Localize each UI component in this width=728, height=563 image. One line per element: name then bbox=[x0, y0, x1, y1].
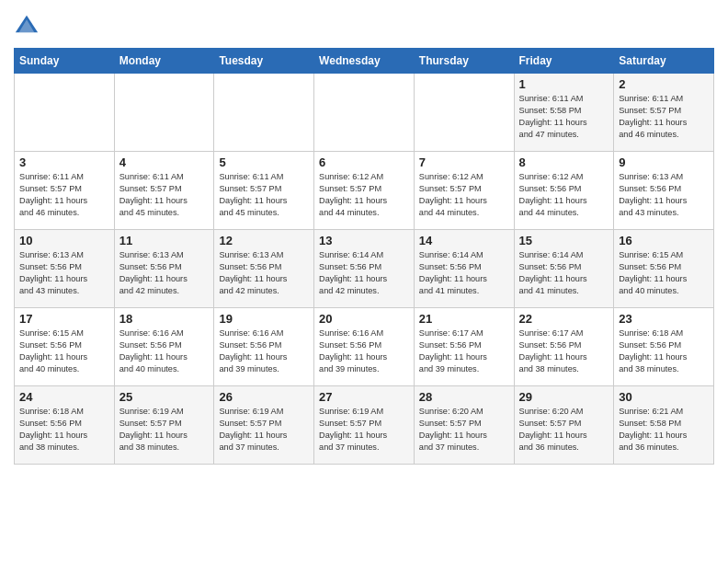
day-info: Sunrise: 6:16 AMSunset: 5:56 PMDaylight:… bbox=[319, 327, 409, 375]
day-number: 17 bbox=[19, 312, 109, 326]
calendar-cell-4-3: 19Sunrise: 6:16 AMSunset: 5:56 PMDayligh… bbox=[214, 308, 314, 386]
day-number: 5 bbox=[219, 155, 309, 169]
day-number: 25 bbox=[119, 390, 210, 404]
calendar-cell-2-7: 9Sunrise: 6:13 AMSunset: 5:56 PMDaylight… bbox=[614, 152, 714, 230]
day-number: 7 bbox=[419, 155, 509, 169]
calendar-week-5: 24Sunrise: 6:18 AMSunset: 5:56 PMDayligh… bbox=[15, 386, 714, 465]
day-info: Sunrise: 6:13 AMSunset: 5:56 PMDaylight:… bbox=[119, 249, 210, 297]
day-number: 13 bbox=[319, 234, 409, 247]
day-info: Sunrise: 6:19 AMSunset: 5:57 PMDaylight:… bbox=[119, 406, 210, 454]
calendar-cell-3-3: 12Sunrise: 6:13 AMSunset: 5:56 PMDayligh… bbox=[214, 230, 314, 308]
day-info: Sunrise: 6:12 AMSunset: 5:56 PMDaylight:… bbox=[519, 171, 609, 219]
day-number: 24 bbox=[19, 390, 109, 404]
calendar-cell-2-1: 3Sunrise: 6:11 AMSunset: 5:57 PMDaylight… bbox=[15, 152, 115, 230]
day-number: 9 bbox=[619, 155, 709, 169]
day-info: Sunrise: 6:11 AMSunset: 5:57 PMDaylight:… bbox=[19, 171, 109, 219]
day-number: 27 bbox=[319, 390, 409, 404]
day-number: 1 bbox=[519, 77, 609, 91]
day-info: Sunrise: 6:14 AMSunset: 5:56 PMDaylight:… bbox=[319, 249, 409, 297]
day-info: Sunrise: 6:19 AMSunset: 5:57 PMDaylight:… bbox=[319, 406, 409, 454]
calendar-cell-5-2: 25Sunrise: 6:19 AMSunset: 5:57 PMDayligh… bbox=[114, 386, 214, 465]
day-info: Sunrise: 6:11 AMSunset: 5:58 PMDaylight:… bbox=[519, 93, 609, 141]
day-info: Sunrise: 6:18 AMSunset: 5:56 PMDaylight:… bbox=[19, 406, 109, 454]
calendar-cell-1-6: 1Sunrise: 6:11 AMSunset: 5:58 PMDaylight… bbox=[514, 74, 614, 152]
day-number: 10 bbox=[19, 234, 109, 247]
day-info: Sunrise: 6:21 AMSunset: 5:58 PMDaylight:… bbox=[619, 406, 709, 454]
day-number: 28 bbox=[419, 390, 509, 404]
day-info: Sunrise: 6:11 AMSunset: 5:57 PMDaylight:… bbox=[619, 93, 709, 141]
calendar-week-2: 3Sunrise: 6:11 AMSunset: 5:57 PMDaylight… bbox=[15, 152, 714, 230]
calendar-cell-2-5: 7Sunrise: 6:12 AMSunset: 5:57 PMDaylight… bbox=[414, 152, 514, 230]
day-info: Sunrise: 6:13 AMSunset: 5:56 PMDaylight:… bbox=[219, 249, 309, 297]
day-number: 3 bbox=[19, 155, 109, 169]
day-info: Sunrise: 6:11 AMSunset: 5:57 PMDaylight:… bbox=[219, 171, 309, 219]
day-number: 2 bbox=[619, 77, 709, 91]
page: SundayMondayTuesdayWednesdayThursdayFrid… bbox=[0, 0, 728, 478]
calendar-cell-1-7: 2Sunrise: 6:11 AMSunset: 5:57 PMDaylight… bbox=[614, 74, 714, 152]
calendar-header-tuesday: Tuesday bbox=[214, 49, 314, 74]
day-number: 12 bbox=[219, 234, 309, 247]
calendar-cell-5-3: 26Sunrise: 6:19 AMSunset: 5:57 PMDayligh… bbox=[214, 386, 314, 465]
header bbox=[14, 9, 714, 40]
calendar-cell-3-2: 11Sunrise: 6:13 AMSunset: 5:56 PMDayligh… bbox=[114, 230, 214, 308]
day-info: Sunrise: 6:17 AMSunset: 5:56 PMDaylight:… bbox=[519, 327, 609, 375]
day-info: Sunrise: 6:13 AMSunset: 5:56 PMDaylight:… bbox=[19, 249, 109, 297]
calendar-header-sunday: Sunday bbox=[15, 49, 115, 74]
calendar-cell-5-6: 29Sunrise: 6:20 AMSunset: 5:57 PMDayligh… bbox=[514, 386, 614, 465]
calendar-cell-3-7: 16Sunrise: 6:15 AMSunset: 5:56 PMDayligh… bbox=[614, 230, 714, 308]
day-info: Sunrise: 6:13 AMSunset: 5:56 PMDaylight:… bbox=[619, 171, 709, 219]
calendar-cell-1-1 bbox=[15, 74, 115, 152]
day-info: Sunrise: 6:15 AMSunset: 5:56 PMDaylight:… bbox=[19, 327, 109, 375]
day-info: Sunrise: 6:12 AMSunset: 5:57 PMDaylight:… bbox=[319, 171, 409, 219]
calendar-header-row: SundayMondayTuesdayWednesdayThursdayFrid… bbox=[15, 49, 714, 74]
calendar-header-wednesday: Wednesday bbox=[314, 49, 415, 74]
day-number: 26 bbox=[219, 390, 309, 404]
calendar-header-thursday: Thursday bbox=[414, 49, 514, 74]
day-number: 6 bbox=[319, 155, 409, 169]
calendar-cell-3-5: 14Sunrise: 6:14 AMSunset: 5:56 PMDayligh… bbox=[414, 230, 514, 308]
day-number: 18 bbox=[119, 312, 210, 326]
calendar-cell-2-2: 4Sunrise: 6:11 AMSunset: 5:57 PMDaylight… bbox=[114, 152, 214, 230]
day-info: Sunrise: 6:15 AMSunset: 5:56 PMDaylight:… bbox=[619, 249, 709, 297]
calendar-header-saturday: Saturday bbox=[614, 49, 714, 74]
calendar-cell-4-5: 21Sunrise: 6:17 AMSunset: 5:56 PMDayligh… bbox=[414, 308, 514, 386]
calendar-week-1: 1Sunrise: 6:11 AMSunset: 5:58 PMDaylight… bbox=[15, 74, 714, 152]
day-info: Sunrise: 6:20 AMSunset: 5:57 PMDaylight:… bbox=[419, 406, 509, 454]
day-number: 23 bbox=[619, 312, 709, 326]
day-number: 29 bbox=[519, 390, 609, 404]
calendar-cell-4-1: 17Sunrise: 6:15 AMSunset: 5:56 PMDayligh… bbox=[15, 308, 115, 386]
calendar-cell-4-2: 18Sunrise: 6:16 AMSunset: 5:56 PMDayligh… bbox=[114, 308, 214, 386]
calendar-cell-4-7: 23Sunrise: 6:18 AMSunset: 5:56 PMDayligh… bbox=[614, 308, 714, 386]
day-number: 21 bbox=[419, 312, 509, 326]
day-info: Sunrise: 6:14 AMSunset: 5:56 PMDaylight:… bbox=[419, 249, 509, 297]
day-info: Sunrise: 6:14 AMSunset: 5:56 PMDaylight:… bbox=[519, 249, 609, 297]
day-number: 4 bbox=[119, 155, 210, 169]
day-info: Sunrise: 6:20 AMSunset: 5:57 PMDaylight:… bbox=[519, 406, 609, 454]
calendar-cell-1-4 bbox=[314, 74, 415, 152]
day-info: Sunrise: 6:11 AMSunset: 5:57 PMDaylight:… bbox=[119, 171, 210, 219]
day-number: 14 bbox=[419, 234, 509, 247]
logo-icon bbox=[14, 11, 40, 37]
calendar-cell-3-1: 10Sunrise: 6:13 AMSunset: 5:56 PMDayligh… bbox=[15, 230, 115, 308]
day-number: 30 bbox=[619, 390, 709, 404]
calendar-cell-2-4: 6Sunrise: 6:12 AMSunset: 5:57 PMDaylight… bbox=[314, 152, 415, 230]
day-number: 8 bbox=[519, 155, 609, 169]
calendar-cell-2-3: 5Sunrise: 6:11 AMSunset: 5:57 PMDaylight… bbox=[214, 152, 314, 230]
calendar-cell-5-1: 24Sunrise: 6:18 AMSunset: 5:56 PMDayligh… bbox=[15, 386, 115, 465]
calendar-week-4: 17Sunrise: 6:15 AMSunset: 5:56 PMDayligh… bbox=[15, 308, 714, 386]
day-number: 20 bbox=[319, 312, 409, 326]
day-info: Sunrise: 6:16 AMSunset: 5:56 PMDaylight:… bbox=[119, 327, 210, 375]
calendar-cell-5-5: 28Sunrise: 6:20 AMSunset: 5:57 PMDayligh… bbox=[414, 386, 514, 465]
calendar-cell-5-4: 27Sunrise: 6:19 AMSunset: 5:57 PMDayligh… bbox=[314, 386, 415, 465]
day-info: Sunrise: 6:19 AMSunset: 5:57 PMDaylight:… bbox=[219, 406, 309, 454]
calendar-header-friday: Friday bbox=[514, 49, 614, 74]
calendar-cell-4-4: 20Sunrise: 6:16 AMSunset: 5:56 PMDayligh… bbox=[314, 308, 415, 386]
day-info: Sunrise: 6:12 AMSunset: 5:57 PMDaylight:… bbox=[419, 171, 509, 219]
logo bbox=[14, 9, 43, 40]
day-info: Sunrise: 6:18 AMSunset: 5:56 PMDaylight:… bbox=[619, 327, 709, 375]
calendar-week-3: 10Sunrise: 6:13 AMSunset: 5:56 PMDayligh… bbox=[15, 230, 714, 308]
day-number: 15 bbox=[519, 234, 609, 247]
day-info: Sunrise: 6:16 AMSunset: 5:56 PMDaylight:… bbox=[219, 327, 309, 375]
calendar-cell-3-6: 15Sunrise: 6:14 AMSunset: 5:56 PMDayligh… bbox=[514, 230, 614, 308]
day-number: 16 bbox=[619, 234, 709, 247]
